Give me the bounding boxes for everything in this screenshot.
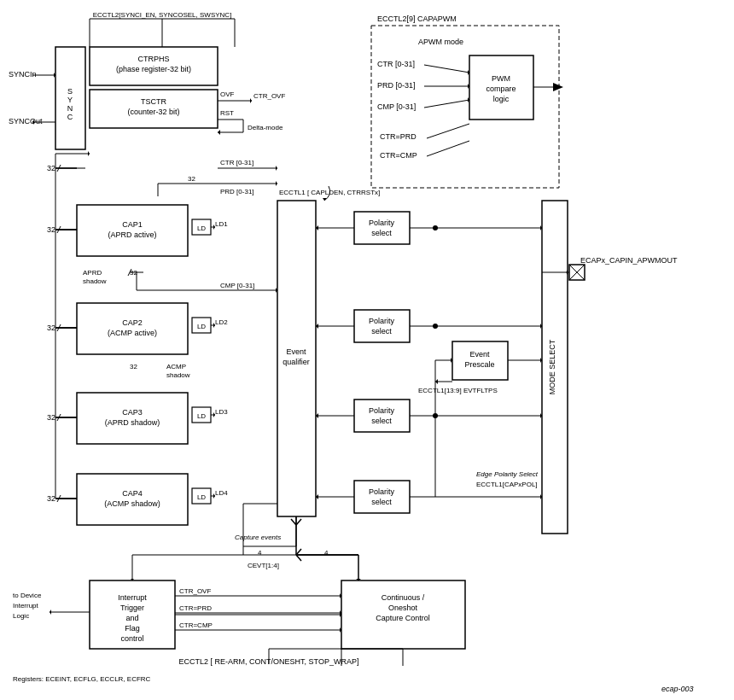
diagram-svg: S Y N C CTRPHS (phase register-32 bit) T…	[0, 0, 734, 700]
svg-text:RST: RST	[220, 109, 234, 117]
svg-text:LD: LD	[197, 323, 206, 330]
svg-text:CTR [0-31]: CTR [0-31]	[220, 159, 253, 166]
svg-text:TSCTR: TSCTR	[141, 97, 166, 106]
svg-marker-42	[276, 181, 277, 186]
svg-marker-23	[250, 98, 252, 103]
svg-rect-121	[354, 481, 410, 513]
svg-text:CEVT[1:4]: CEVT[1:4]	[248, 562, 279, 569]
svg-text:ECCTL1[13:9] EVTFLTPS: ECCTL1[13:9] EVTFLTPS	[418, 387, 498, 394]
svg-text:PRD [0-31]: PRD [0-31]	[220, 188, 254, 195]
svg-text:LD: LD	[197, 225, 206, 232]
svg-text:MODE SELECT: MODE SELECT	[548, 339, 556, 394]
svg-text:control: control	[120, 634, 143, 643]
svg-text:qualifier: qualifier	[283, 358, 310, 366]
svg-text:APWM mode: APWM mode	[418, 38, 463, 46]
svg-text:Interrupt: Interrupt	[13, 602, 39, 610]
svg-text:PWM: PWM	[492, 74, 510, 83]
svg-text:LD2: LD2	[215, 318, 228, 326]
svg-text:Polarity: Polarity	[369, 219, 395, 227]
svg-marker-29	[218, 130, 220, 135]
svg-text:SYNCOut: SYNCOut	[9, 117, 43, 125]
svg-text:CTR [0-31]: CTR [0-31]	[377, 60, 415, 68]
svg-text:4: 4	[258, 549, 262, 557]
svg-text:32: 32	[130, 363, 137, 370]
svg-text:Interrupt: Interrupt	[118, 593, 147, 602]
svg-text:LD: LD	[197, 412, 206, 420]
svg-text:Prescale: Prescale	[464, 360, 494, 369]
svg-text:32: 32	[47, 413, 55, 422]
svg-text:CTR=PRD: CTR=PRD	[179, 604, 212, 612]
svg-text:LD1: LD1	[215, 220, 228, 228]
svg-text:32: 32	[47, 494, 55, 503]
svg-text:CMP [0-31]: CMP [0-31]	[220, 282, 254, 289]
svg-text:select: select	[371, 417, 392, 425]
svg-text:LD3: LD3	[215, 408, 228, 416]
svg-text:Flag: Flag	[125, 624, 140, 633]
svg-text:select: select	[371, 229, 392, 237]
svg-text:logic: logic	[493, 95, 510, 103]
svg-text:32: 32	[47, 164, 55, 172]
svg-text:CAP3: CAP3	[122, 408, 143, 417]
svg-text:Trigger: Trigger	[120, 604, 144, 612]
svg-text:Edge Polarity Select: Edge Polarity Select	[476, 470, 539, 478]
svg-text:CTR_OVF: CTR_OVF	[253, 92, 285, 100]
svg-text:ecap-003: ecap-003	[661, 685, 694, 693]
svg-text:ECCTL1[CAPxPOL]: ECCTL1[CAPxPOL]	[476, 481, 538, 488]
svg-text:shadow: shadow	[83, 277, 107, 285]
svg-text:CTRPHS: CTRPHS	[137, 55, 169, 63]
svg-text:Polarity: Polarity	[369, 487, 395, 496]
svg-text:CMP [0-31]: CMP [0-31]	[377, 102, 416, 111]
svg-text:CTR=CMP: CTR=CMP	[380, 151, 417, 160]
svg-text:Registers:  ECEINT, ECFLG, ECC: Registers: ECEINT, ECFLG, ECCLR, ECFRC	[13, 675, 151, 683]
svg-text:Event: Event	[469, 350, 490, 359]
svg-text:Polarity: Polarity	[369, 317, 395, 325]
svg-marker-36	[276, 166, 277, 171]
svg-text:CTR=CMP: CTR=CMP	[179, 621, 213, 629]
svg-text:LD: LD	[197, 493, 206, 501]
svg-text:select: select	[371, 498, 392, 506]
svg-text:N: N	[67, 104, 73, 113]
svg-text:Event: Event	[286, 347, 306, 356]
svg-text:CAP1: CAP1	[122, 220, 143, 229]
svg-marker-213	[50, 610, 51, 615]
svg-text:(APRD shadow): (APRD shadow)	[105, 418, 160, 427]
svg-rect-112	[354, 212, 410, 244]
svg-text:compare: compare	[486, 85, 516, 93]
svg-text:select: select	[371, 327, 392, 335]
svg-text:Continuous /: Continuous /	[382, 593, 425, 602]
svg-text:Capture Control: Capture Control	[376, 614, 430, 622]
svg-text:32: 32	[47, 225, 55, 234]
svg-text:32: 32	[188, 175, 195, 183]
svg-text:SYNCIn: SYNCIn	[9, 70, 37, 79]
svg-text:(ACMP shadow): (ACMP shadow)	[104, 499, 160, 508]
svg-text:LD4: LD4	[215, 489, 228, 497]
svg-text:PRD [0-31]: PRD [0-31]	[377, 81, 416, 90]
svg-text:C: C	[67, 113, 73, 121]
svg-marker-247	[88, 151, 90, 156]
svg-text:shadow: shadow	[166, 371, 190, 379]
svg-text:Capture events: Capture events	[235, 534, 281, 541]
svg-text:and: and	[125, 614, 138, 622]
svg-text:Polarity: Polarity	[369, 406, 395, 415]
svg-text:S: S	[67, 87, 73, 96]
svg-text:ECCTL2[9] CAPAPWM: ECCTL2[9] CAPAPWM	[377, 15, 457, 23]
svg-text:Logic: Logic	[13, 612, 29, 620]
svg-text:Oneshot: Oneshot	[388, 604, 418, 612]
svg-text:Delta-mode: Delta-mode	[248, 124, 283, 131]
svg-text:Y: Y	[67, 96, 73, 104]
svg-text:(ACMP active): (ACMP active)	[108, 329, 157, 337]
svg-line-197	[296, 519, 301, 525]
svg-text:CAP4: CAP4	[122, 489, 143, 498]
svg-text:APRD: APRD	[83, 269, 102, 277]
svg-text:OVF: OVF	[220, 90, 235, 98]
svg-line-201	[296, 549, 301, 555]
svg-text:to Device: to Device	[13, 592, 42, 599]
svg-line-196	[291, 519, 296, 525]
svg-text:CAP2: CAP2	[122, 318, 143, 327]
svg-text:(phase register-32 bit): (phase register-32 bit)	[116, 65, 191, 73]
svg-rect-118	[354, 400, 410, 432]
svg-line-202	[296, 555, 301, 561]
diagram: S Y N C CTRPHS (phase register-32 bit) T…	[0, 0, 734, 700]
svg-text:CTR_OVF: CTR_OVF	[179, 587, 211, 595]
svg-text:(APRD active): (APRD active)	[108, 230, 156, 239]
